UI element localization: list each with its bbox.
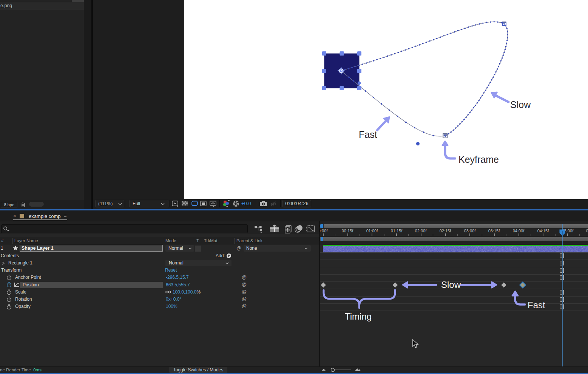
- svg-text:Fast: Fast: [528, 300, 545, 310]
- svg-text:Timing: Timing: [345, 311, 372, 321]
- svg-text:Slow: Slow: [510, 99, 531, 110]
- svg-text:Slow: Slow: [441, 280, 461, 290]
- svg-text:Fast: Fast: [359, 129, 377, 140]
- svg-text:Keyframe: Keyframe: [458, 154, 499, 165]
